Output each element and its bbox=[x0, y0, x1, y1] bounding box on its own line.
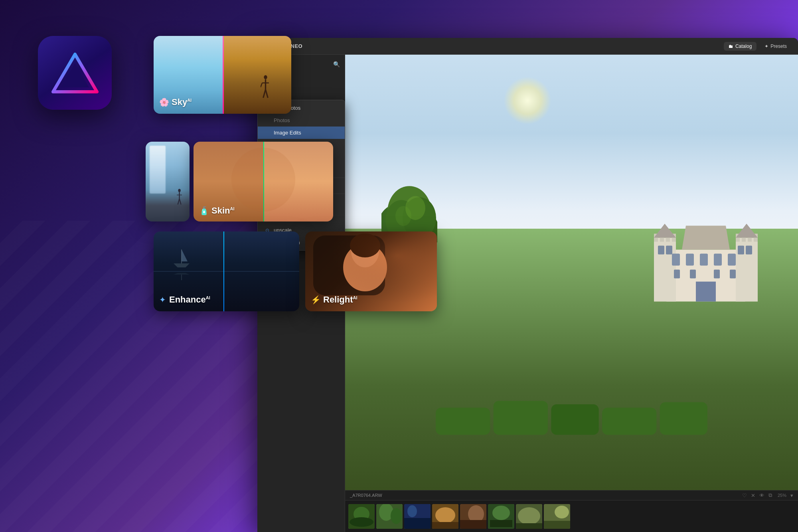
svg-rect-64 bbox=[494, 401, 548, 435]
svg-rect-91 bbox=[544, 521, 570, 529]
svg-marker-17 bbox=[182, 249, 188, 261]
menu-photos[interactable]: Photos bbox=[258, 114, 345, 127]
svg-point-34 bbox=[395, 206, 411, 226]
card-skin-label: 🧴 SkinAI bbox=[199, 206, 234, 216]
svg-rect-61 bbox=[714, 269, 720, 278]
svg-rect-79 bbox=[432, 522, 458, 529]
svg-rect-53 bbox=[728, 253, 736, 265]
app-icon bbox=[38, 36, 112, 110]
svg-rect-52 bbox=[714, 253, 722, 265]
film-thumb-2[interactable] bbox=[376, 504, 403, 529]
sky-silhouette bbox=[261, 74, 271, 98]
svg-rect-56 bbox=[666, 245, 672, 254]
tab-catalog[interactable]: 🖿 Catalog bbox=[724, 42, 757, 51]
title-bar: LUMINAR NEO 🖿 Catalog ✦ Presets bbox=[257, 38, 798, 55]
tab-presets[interactable]: ✦ Presets bbox=[760, 42, 792, 51]
svg-rect-67 bbox=[660, 402, 707, 435]
card-skin[interactable]: 🧴 SkinAI bbox=[194, 142, 333, 222]
svg-point-70 bbox=[350, 517, 373, 527]
svg-rect-58 bbox=[746, 245, 752, 254]
search-icon[interactable]: 🔍 bbox=[333, 61, 340, 67]
menu-image-edits[interactable]: Image Edits bbox=[258, 127, 345, 139]
card-sky-divider bbox=[223, 36, 224, 114]
svg-line-5 bbox=[263, 89, 266, 98]
landscape-figure bbox=[176, 188, 184, 206]
svg-rect-51 bbox=[700, 253, 708, 265]
svg-rect-49 bbox=[672, 253, 680, 265]
relight-label-text: RelightAI bbox=[323, 295, 358, 305]
film-thumb-5[interactable] bbox=[460, 504, 486, 529]
filmstrip bbox=[345, 500, 798, 532]
svg-point-90 bbox=[555, 506, 569, 518]
svg-line-7 bbox=[261, 83, 262, 87]
card-sky-right bbox=[223, 36, 292, 114]
catalog-icon: 🖿 bbox=[729, 44, 733, 49]
svg-rect-65 bbox=[551, 404, 598, 435]
card-sky-label: 🌸 SkyAI bbox=[159, 97, 192, 107]
zoom-dropdown-icon[interactable]: ▾ bbox=[790, 492, 793, 498]
svg-rect-88 bbox=[516, 523, 542, 529]
card-enhance-divider bbox=[223, 231, 224, 311]
svg-point-84 bbox=[492, 506, 510, 520]
card-relight[interactable]: ⚡ RelightAI bbox=[305, 231, 437, 311]
garden-hedges bbox=[436, 346, 707, 455]
svg-rect-62 bbox=[730, 269, 736, 278]
enhance-sparkle-icon: ✦ bbox=[159, 295, 166, 305]
film-thumb-1[interactable] bbox=[348, 504, 375, 529]
svg-rect-57 bbox=[738, 245, 744, 254]
enhance-label-text: EnhanceAI bbox=[169, 295, 210, 305]
compare-icon[interactable]: ⧉ bbox=[768, 492, 772, 498]
svg-rect-66 bbox=[602, 407, 656, 435]
svg-rect-82 bbox=[460, 520, 486, 529]
skin-label-text: SkinAI bbox=[211, 206, 234, 216]
card-sky[interactable]: 🌸 SkyAI bbox=[154, 36, 291, 114]
svg-rect-85 bbox=[490, 520, 512, 527]
svg-point-8 bbox=[178, 189, 180, 192]
svg-rect-63 bbox=[436, 407, 490, 435]
photo-action-icons: ♡ ✕ 👁 ⧉ 25% ▾ bbox=[742, 492, 793, 498]
svg-rect-54 bbox=[696, 281, 716, 301]
svg-point-78 bbox=[435, 507, 455, 523]
svg-rect-55 bbox=[658, 245, 664, 254]
sky-cloud-icon: 🌸 bbox=[159, 97, 169, 107]
svg-marker-16 bbox=[174, 263, 190, 267]
card-enhance-label: ✦ EnhanceAI bbox=[159, 295, 210, 305]
svg-rect-75 bbox=[404, 518, 431, 529]
film-thumb-7[interactable] bbox=[516, 504, 542, 529]
card-skin-divider bbox=[263, 142, 264, 222]
svg-marker-46 bbox=[682, 225, 730, 249]
eye-icon[interactable]: 👁 bbox=[759, 492, 764, 498]
menu-image-edits-label: Image Edits bbox=[274, 130, 301, 136]
card-landscape[interactable] bbox=[146, 142, 190, 222]
zoom-level: 25% bbox=[778, 493, 786, 498]
photo-info-bar: _A7R0764.ARW ♡ ✕ 👁 ⧉ 25% ▾ bbox=[345, 490, 798, 500]
photo-filename: _A7R0764.ARW bbox=[350, 493, 382, 498]
svg-rect-59 bbox=[674, 269, 680, 278]
svg-marker-19 bbox=[174, 273, 190, 275]
svg-point-87 bbox=[518, 507, 540, 525]
waterfall-visual bbox=[150, 146, 166, 194]
skin-bottle-icon: 🧴 bbox=[199, 206, 209, 216]
svg-line-12 bbox=[180, 199, 181, 204]
sun-glow bbox=[504, 77, 551, 125]
favorite-icon[interactable]: ♡ bbox=[742, 492, 747, 498]
sky-label-text: SkyAI bbox=[172, 97, 192, 107]
film-thumb-6[interactable] bbox=[488, 504, 514, 529]
title-bar-right: 🖿 Catalog ✦ Presets bbox=[724, 42, 792, 51]
svg-line-6 bbox=[266, 89, 268, 98]
card-enhance[interactable]: ✦ EnhanceAI bbox=[154, 231, 299, 311]
svg-point-76 bbox=[407, 505, 417, 517]
svg-rect-36 bbox=[654, 237, 676, 301]
svg-marker-1 bbox=[61, 63, 89, 87]
film-thumb-8[interactable] bbox=[544, 504, 570, 529]
card-relight-label: ⚡ RelightAI bbox=[311, 295, 358, 305]
film-thumb-3[interactable] bbox=[404, 504, 431, 529]
close-icon[interactable]: ✕ bbox=[751, 492, 755, 498]
svg-point-73 bbox=[391, 508, 402, 524]
menu-photos-label: Photos bbox=[274, 117, 290, 123]
svg-rect-50 bbox=[686, 253, 694, 265]
svg-marker-48 bbox=[736, 223, 758, 237]
svg-point-2 bbox=[264, 75, 267, 79]
relight-bolt-icon: ⚡ bbox=[311, 295, 321, 305]
film-thumb-4[interactable] bbox=[432, 504, 458, 529]
